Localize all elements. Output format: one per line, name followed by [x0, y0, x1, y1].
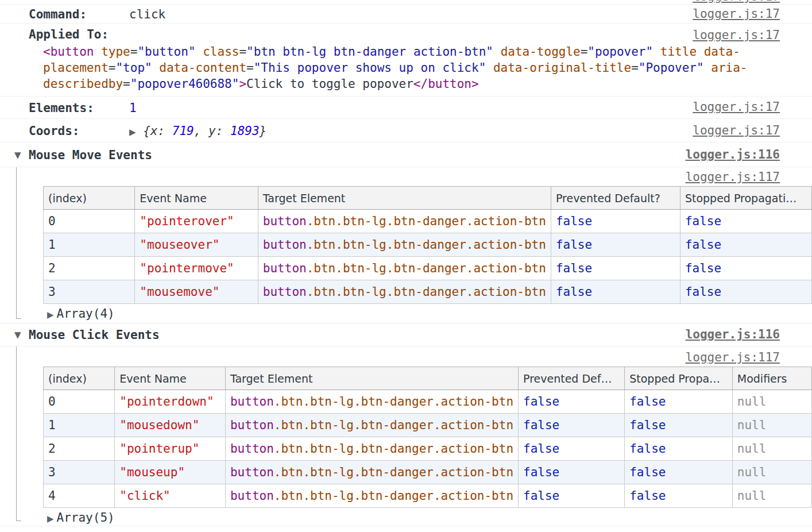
- table-row: 2"pointermove"button.btn.btn-lg.btn-dang…: [44, 257, 812, 280]
- code-token: =: [581, 45, 588, 59]
- code-token: {: [143, 124, 150, 138]
- collapse-triangle-icon[interactable]: ▼: [14, 150, 21, 160]
- selector-tag: button: [263, 285, 307, 299]
- cell-stopped-propagation: false: [680, 257, 811, 280]
- table-column-header[interactable]: Stopped Propa…: [625, 367, 733, 390]
- source-link[interactable]: logger.js:117: [686, 170, 780, 184]
- code-token: </button>: [413, 77, 479, 91]
- table-row: 0"pointerdown"button.btn.btn-lg.btn-dang…: [44, 390, 812, 414]
- table-column-header[interactable]: Target Element: [225, 367, 518, 390]
- code-token: describedby: [43, 77, 123, 91]
- cell-event-name: "pointerdown": [115, 390, 226, 414]
- source-link[interactable]: logger.js:17: [693, 0, 780, 3]
- cell-event-name: "pointerover": [135, 210, 258, 233]
- cell-modifiers: null: [732, 414, 811, 437]
- table-column-header[interactable]: Target Element: [258, 187, 551, 210]
- expand-triangle-icon[interactable]: ▶: [129, 127, 136, 137]
- source-link[interactable]: logger.js:17: [693, 100, 780, 114]
- cell-event-name: "pointermove": [135, 257, 258, 280]
- source-link[interactable]: logger.js:17: [693, 28, 780, 42]
- table-column-header[interactable]: Modifiers: [732, 367, 811, 390]
- cell-modifiers: null: [732, 390, 811, 414]
- table-column-header[interactable]: Event Name: [115, 367, 226, 390]
- cell-index: 3: [44, 280, 135, 304]
- cell-modifiers: null: [732, 484, 811, 508]
- cell-prevented-default: false: [551, 210, 680, 233]
- group-body-mouse-click-events: logger.js:117 (index)Event NameTarget El…: [0, 346, 812, 526]
- code-token: data-: [704, 45, 740, 59]
- group-header-mouse-move-events[interactable]: ▼ Mouse Move Events logger.js:116: [0, 142, 812, 167]
- cell-index: 4: [44, 484, 115, 508]
- command-label: Command:: [29, 7, 129, 21]
- cell-prevented-default: false: [519, 461, 625, 484]
- code-token: }: [260, 124, 267, 138]
- code-token: class: [203, 45, 239, 59]
- table-column-header[interactable]: (index): [44, 187, 135, 210]
- code-token: =: [123, 77, 130, 91]
- cell-target-element: button.btn.btn-lg.btn-danger.action-btn: [258, 210, 551, 233]
- collapse-triangle-icon[interactable]: ▼: [14, 330, 21, 340]
- cell-target-element: button.btn.btn-lg.btn-danger.action-btn: [225, 484, 518, 508]
- table-column-header[interactable]: (index): [44, 367, 115, 390]
- group-title: Mouse Click Events: [29, 328, 160, 342]
- expand-triangle-icon[interactable]: ▶: [47, 514, 54, 524]
- code-token: ,: [194, 124, 208, 138]
- table-header-row: (index)Event NameTarget ElementPrevented…: [44, 187, 812, 210]
- code-token: data-original-title: [493, 61, 631, 75]
- cell-index: 2: [44, 437, 115, 461]
- applied-to-html-element[interactable]: <button type="button" class="btn btn-lg …: [0, 44, 812, 92]
- array-preview-row[interactable]: ▶Array(5): [0, 510, 812, 526]
- code-token: "button": [137, 45, 195, 59]
- code-token: type: [101, 45, 130, 59]
- code-token: :: [158, 124, 172, 138]
- selector-classes: .btn.btn-lg.btn-danger.action-btn: [274, 418, 513, 432]
- cell-event-name: "mousemove": [135, 280, 258, 304]
- code-token: aria-: [711, 61, 747, 75]
- table-column-header[interactable]: Prevented Default?: [551, 187, 680, 210]
- code-token: data-toggle: [501, 45, 581, 59]
- cell-target-element: button.btn.btn-lg.btn-danger.action-btn: [225, 414, 518, 437]
- source-link[interactable]: logger.js:17: [693, 7, 780, 21]
- selector-tag: button: [230, 442, 274, 456]
- source-link[interactable]: logger.js:116: [686, 327, 780, 341]
- source-link[interactable]: logger.js:17: [693, 124, 780, 137]
- console-row-elements: Elements:1 logger.js:17: [0, 97, 812, 119]
- table-column-header[interactable]: Stopped Propagati…: [680, 187, 811, 210]
- source-link[interactable]: logger.js:116: [686, 148, 780, 161]
- cell-prevented-default: false: [551, 280, 680, 304]
- code-token: [493, 45, 501, 59]
- source-link[interactable]: logger.js:117: [686, 350, 780, 364]
- console-row-coords: Coords:▶ {x: 719, y: 1893} logger.js:17: [0, 119, 812, 142]
- cell-stopped-propagation: false: [625, 390, 733, 414]
- code-token: [704, 61, 712, 75]
- code-token: 1893: [230, 124, 260, 138]
- cell-prevented-default: false: [519, 390, 625, 414]
- group-body-mouse-move-events: logger.js:117 (index)Event NameTarget El…: [0, 167, 812, 323]
- cell-event-name: "mouseover": [135, 233, 258, 257]
- expand-triangle-icon[interactable]: ▶: [47, 310, 54, 320]
- cell-modifiers: null: [732, 437, 811, 461]
- cell-target-element: button.btn.btn-lg.btn-danger.action-btn: [225, 437, 518, 461]
- group-indent-guide: [16, 167, 21, 319]
- console-row-table-source: logger.js:117: [0, 346, 812, 367]
- coords-object-preview[interactable]: {x: 719, y: 1893}: [143, 124, 266, 138]
- selector-classes: .btn.btn-lg.btn-danger.action-btn: [274, 442, 513, 456]
- html-code-line: placement="top" data-content="This popov…: [43, 60, 812, 76]
- cell-index: 1: [44, 233, 135, 257]
- mouse-move-events-table: (index)Event NameTarget ElementPrevented…: [43, 186, 812, 304]
- table-header-row: (index)Event NameTarget ElementPrevented…: [44, 367, 812, 390]
- array-label: Array(4): [57, 307, 115, 321]
- cell-stopped-propagation: false: [680, 210, 811, 233]
- table-column-header[interactable]: Prevented Def…: [519, 367, 625, 390]
- array-preview-row[interactable]: ▶Array(4): [0, 306, 812, 322]
- cell-event-name: "pointerup": [115, 437, 226, 461]
- cell-stopped-propagation: false: [680, 280, 811, 304]
- console-row-applied-to: Applied To: <button type="button" class=…: [0, 24, 812, 97]
- code-token: <button: [43, 45, 94, 59]
- console-row-table-source: logger.js:117: [0, 167, 812, 186]
- code-token: =: [239, 45, 246, 59]
- group-header-mouse-click-events[interactable]: ▼ Mouse Click Events logger.js:116: [0, 323, 812, 346]
- table-column-header[interactable]: Event Name: [135, 187, 258, 210]
- selector-tag: button: [263, 238, 307, 252]
- cell-prevented-default: false: [519, 414, 625, 437]
